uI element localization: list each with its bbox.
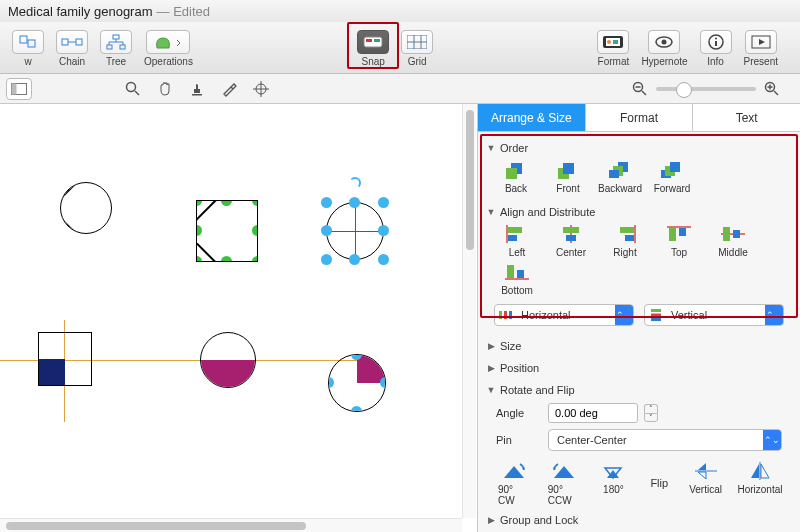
resize-handle[interactable]	[196, 256, 202, 262]
shape-circle-half[interactable]	[200, 332, 256, 388]
align-middle-icon	[719, 224, 747, 244]
shape-circle-quarter-selected[interactable]	[328, 354, 386, 412]
eyedropper-tool[interactable]	[216, 78, 242, 100]
tab-text[interactable]: Text	[693, 104, 800, 131]
rotate-90ccw[interactable]: 90° CCW	[548, 460, 580, 506]
order-back[interactable]: Back	[492, 160, 540, 194]
order-forward[interactable]: Forward	[648, 160, 696, 194]
shape-circle-cross-selected[interactable]	[326, 202, 384, 260]
resize-handle[interactable]	[321, 254, 332, 265]
pin-label: Pin	[496, 434, 540, 446]
svg-rect-63	[517, 270, 524, 278]
align-top[interactable]: Top	[654, 224, 704, 258]
resize-handle[interactable]	[252, 200, 258, 206]
section-order[interactable]: ▼Order	[484, 136, 794, 158]
shape-square-quarter[interactable]	[38, 332, 92, 386]
section-align[interactable]: ▼Align and Distribute	[484, 200, 794, 222]
angle-stepper[interactable]: ˄˅	[644, 404, 658, 422]
order-backward[interactable]: Backward	[596, 160, 644, 194]
align-center[interactable]: Center	[546, 224, 596, 258]
rotate-180[interactable]: 180°	[598, 460, 630, 495]
toolbar-w[interactable]: w	[6, 28, 50, 67]
resize-handle[interactable]	[321, 225, 332, 236]
group-icon	[19, 35, 37, 49]
order-front[interactable]: Front	[544, 160, 592, 194]
resize-handle[interactable]	[221, 256, 232, 262]
grid-icon	[407, 35, 427, 49]
resize-handle[interactable]	[196, 200, 202, 206]
magnifier-icon	[125, 81, 141, 97]
scrollbar-vertical[interactable]	[462, 104, 476, 518]
brush-icon	[601, 34, 625, 50]
svg-rect-53	[620, 227, 634, 233]
align-left[interactable]: Left	[492, 224, 542, 258]
align-bottom[interactable]: Bottom	[492, 262, 542, 296]
resize-handle[interactable]	[380, 354, 386, 360]
step-up[interactable]: ˄	[644, 404, 658, 413]
resize-handle[interactable]	[349, 254, 360, 265]
inspector-panel: Arrange & Size Format Text ▼Order Back F…	[478, 104, 800, 532]
tab-arrange-size[interactable]: Arrange & Size	[478, 104, 586, 131]
resize-handle[interactable]	[221, 200, 232, 206]
shape-circle-x[interactable]	[60, 182, 112, 234]
zoom-tool[interactable]	[120, 78, 146, 100]
toolbar-hypernote[interactable]: Hypernote	[635, 28, 693, 67]
svg-rect-47	[508, 227, 522, 233]
resize-handle[interactable]	[328, 377, 334, 388]
canvas[interactable]	[0, 104, 478, 532]
pan-tool[interactable]	[152, 78, 178, 100]
toolbar-format[interactable]: Format	[591, 28, 635, 67]
align-right[interactable]: Right	[600, 224, 650, 258]
flip-vertical[interactable]: Vertical	[689, 460, 722, 495]
shape-square-x-selected[interactable]	[196, 200, 258, 262]
resize-handle[interactable]	[380, 377, 386, 388]
distribute-vertical-select[interactable]: Vertical ⌃⌄	[644, 304, 784, 326]
resize-handle[interactable]	[321, 197, 332, 208]
resize-handle[interactable]	[196, 225, 202, 236]
disclosure-triangle: ▶	[486, 341, 496, 351]
sidebar-toggle[interactable]	[6, 78, 32, 100]
rotate-90cw[interactable]: 90° CW	[498, 460, 530, 506]
rotate-handle[interactable]	[349, 177, 361, 189]
toolbar-snap[interactable]: Snap	[351, 28, 395, 67]
toolbar-present[interactable]: Present	[738, 28, 784, 67]
resize-handle[interactable]	[252, 256, 258, 262]
resize-handle[interactable]	[380, 406, 386, 412]
resize-handle[interactable]	[378, 254, 389, 265]
disclosure-triangle: ▼	[486, 207, 496, 217]
zoom-out-icon[interactable]	[632, 81, 648, 97]
resize-handle[interactable]	[349, 197, 360, 208]
section-rotate[interactable]: ▼Rotate and Flip	[484, 378, 794, 400]
tab-format[interactable]: Format	[586, 104, 694, 131]
svg-rect-67	[651, 309, 661, 312]
toolbar-grid[interactable]: Grid	[395, 28, 439, 67]
play-icon	[751, 35, 771, 49]
angle-input[interactable]	[548, 403, 638, 423]
resize-handle[interactable]	[378, 197, 389, 208]
resize-handle[interactable]	[351, 406, 362, 412]
section-position[interactable]: ▶Position	[484, 356, 794, 378]
resize-handle[interactable]	[378, 225, 389, 236]
toolbar-info[interactable]: Info	[694, 28, 738, 67]
zoom-slider[interactable]	[656, 87, 756, 91]
target-tool[interactable]	[248, 78, 274, 100]
section-group-lock[interactable]: ▶Group and Lock	[484, 508, 794, 530]
align-middle[interactable]: Middle	[708, 224, 758, 258]
zoom-in-icon[interactable]	[764, 81, 780, 97]
resize-handle[interactable]	[252, 225, 258, 236]
toolbar-chain[interactable]: Chain	[50, 28, 94, 67]
svg-rect-50	[563, 227, 579, 233]
pin-select[interactable]: Center-Center ⌃⌄	[548, 429, 782, 451]
flip-horizontal[interactable]: Horizontal	[740, 460, 780, 495]
step-down[interactable]: ˅	[644, 413, 658, 422]
svg-rect-66	[509, 311, 512, 319]
toolbar-tree[interactable]: Tree	[94, 28, 138, 67]
scrollbar-horizontal[interactable]	[0, 518, 462, 532]
section-size[interactable]: ▶Size	[484, 334, 794, 356]
svg-rect-19	[715, 41, 717, 46]
resize-handle[interactable]	[328, 406, 334, 412]
disclosure-triangle: ▶	[486, 515, 496, 525]
distribute-horizontal-select[interactable]: Horizontal ⌃⌄	[494, 304, 634, 326]
toolbar-operations[interactable]: Operations	[138, 28, 199, 67]
stamp-tool[interactable]	[184, 78, 210, 100]
